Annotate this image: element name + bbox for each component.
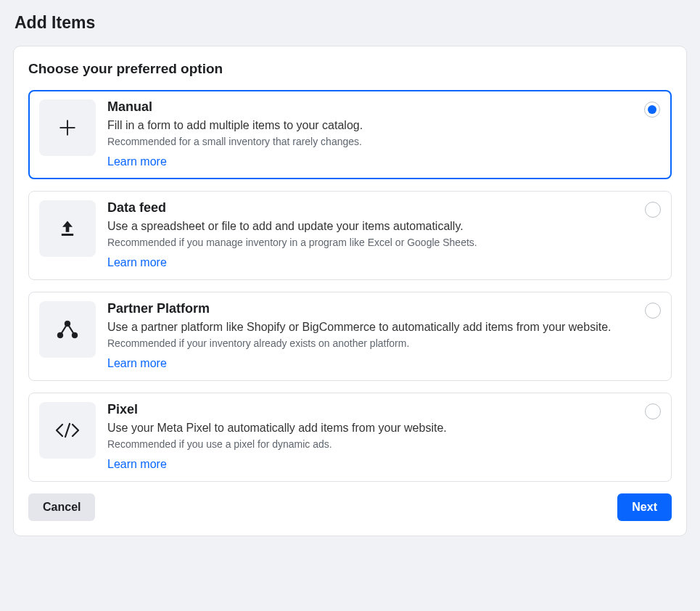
footer: Cancel Next [28, 493, 672, 521]
option-data-feed-description: Use a spreadsheet or file to add and upd… [107, 218, 632, 234]
svg-line-6 [60, 324, 67, 335]
option-pixel-description: Use your Meta Pixel to automatically add… [107, 420, 632, 436]
network-icon [39, 301, 96, 358]
cancel-button[interactable]: Cancel [28, 493, 95, 521]
option-data-feed-learn-more-link[interactable]: Learn more [107, 256, 167, 269]
option-manual-description: Fill in a form to add multiple items to … [107, 118, 632, 134]
svg-line-8 [65, 424, 70, 437]
option-partner-platform-body: Partner Platform Use a partner platform … [107, 301, 661, 370]
svg-line-7 [67, 324, 75, 335]
option-manual-title: Manual [107, 99, 632, 115]
option-pixel-radio[interactable] [645, 403, 661, 419]
option-manual-learn-more-link[interactable]: Learn more [107, 155, 167, 168]
option-data-feed-radio[interactable] [645, 202, 661, 218]
option-partner-platform[interactable]: Partner Platform Use a partner platform … [28, 292, 672, 381]
section-heading: Choose your preferred option [28, 61, 672, 77]
option-partner-platform-description: Use a partner platform like Shopify or B… [107, 319, 632, 335]
option-manual-recommendation: Recommended for a small inventory that r… [107, 135, 632, 149]
plus-icon [39, 99, 96, 156]
option-manual[interactable]: Manual Fill in a form to add multiple it… [28, 90, 672, 179]
upload-icon [39, 200, 96, 257]
option-partner-platform-recommendation: Recommended if your inventory already ex… [107, 337, 632, 351]
next-button[interactable]: Next [617, 493, 672, 521]
option-manual-radio[interactable] [644, 102, 660, 118]
option-data-feed-title: Data feed [107, 200, 632, 216]
option-data-feed-body: Data feed Use a spreadsheet or file to a… [107, 200, 661, 269]
svg-rect-2 [62, 234, 73, 236]
option-data-feed[interactable]: Data feed Use a spreadsheet or file to a… [28, 191, 672, 280]
option-pixel-recommendation: Recommended if you use a pixel for dynam… [107, 438, 632, 452]
option-data-feed-recommendation: Recommended if you manage inventory in a… [107, 236, 632, 250]
option-pixel-learn-more-link[interactable]: Learn more [107, 458, 167, 471]
option-pixel-body: Pixel Use your Meta Pixel to automatical… [107, 402, 661, 471]
option-partner-platform-radio[interactable] [645, 303, 661, 319]
option-partner-platform-title: Partner Platform [107, 301, 632, 316]
page-title: Add Items [15, 13, 687, 33]
option-pixel[interactable]: Pixel Use your Meta Pixel to automatical… [28, 393, 672, 482]
code-icon [39, 402, 96, 459]
option-pixel-title: Pixel [107, 402, 632, 417]
options-card: Choose your preferred option Manual Fill… [13, 46, 687, 536]
option-partner-platform-learn-more-link[interactable]: Learn more [107, 357, 167, 370]
option-manual-body: Manual Fill in a form to add multiple it… [107, 99, 661, 168]
